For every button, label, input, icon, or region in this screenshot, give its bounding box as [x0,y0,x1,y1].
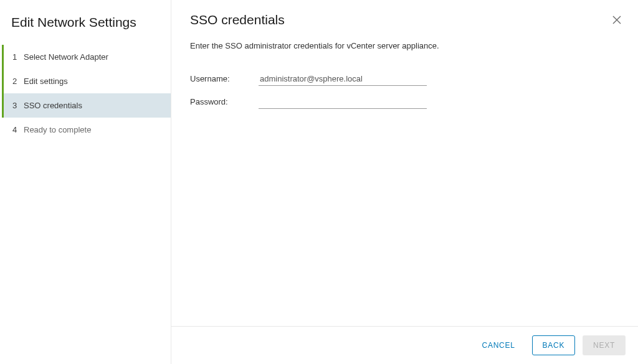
step-label: Ready to complete [24,125,91,134]
step-select-network-adapter[interactable]: 1 Select Network Adapter [2,45,171,69]
password-label: Password: [190,97,259,106]
page-title: SSO credentials [190,12,285,27]
wizard-footer: CANCEL BACK NEXT [171,326,638,364]
username-row: Username: [190,72,623,86]
back-button[interactable]: BACK [532,335,576,355]
wizard-steps: 1 Select Network Adapter 2 Edit settings… [0,45,171,142]
username-label: Username: [190,74,259,83]
step-label: SSO credentials [24,101,82,110]
step-number: 1 [12,52,24,62]
main-header: SSO credentials [190,12,623,41]
username-input[interactable] [259,72,427,86]
wizard-title: Edit Network Settings [0,9,171,45]
close-icon[interactable] [612,15,623,26]
password-row: Password: [190,95,623,109]
step-number: 4 [12,125,24,134]
step-number: 3 [12,101,24,110]
instruction-text: Enter the SSO administrator credentials … [190,41,623,50]
step-ready-to-complete[interactable]: 4 Ready to complete [2,118,171,142]
step-number: 2 [12,77,24,86]
wizard-sidebar: Edit Network Settings 1 Select Network A… [0,0,171,364]
step-edit-settings[interactable]: 2 Edit settings [2,69,171,93]
password-input[interactable] [259,95,427,109]
step-label: Edit settings [24,77,68,86]
next-button[interactable]: NEXT [583,335,626,355]
cancel-button[interactable]: CANCEL [473,335,525,355]
step-label: Select Network Adapter [24,52,108,62]
main-panel: SSO credentials Enter the SSO administra… [171,0,638,364]
step-sso-credentials[interactable]: 3 SSO credentials [2,93,171,118]
